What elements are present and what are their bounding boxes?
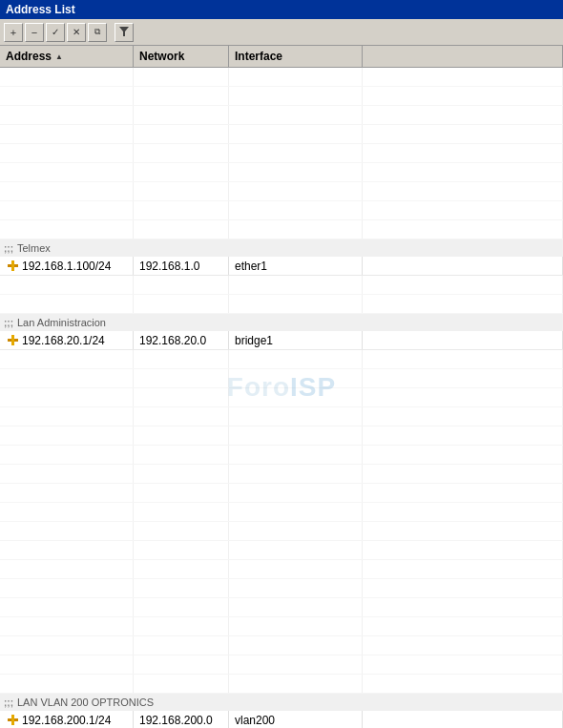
blank-row <box>0 144 563 163</box>
blank-row <box>0 125 563 144</box>
cell-interface: vlan200 <box>229 711 363 728</box>
toolbar: + − ✓ ✕ ⧉ <box>0 19 563 46</box>
interface-value: vlan200 <box>235 714 275 727</box>
copy-icon: ⧉ <box>94 27 100 37</box>
section-label-vlan: LAN VLAN 200 OPTRONICS <box>17 697 154 708</box>
enable-button[interactable]: ✓ <box>46 23 65 42</box>
remove-button[interactable]: − <box>25 23 44 42</box>
blank-row <box>0 617 563 636</box>
cell-address: 192.168.1.100/24 <box>0 257 134 275</box>
blank-row <box>0 106 563 125</box>
blank-row <box>0 426 563 446</box>
add-button[interactable]: + <box>4 23 23 42</box>
column-header-network[interactable]: Network <box>134 46 229 67</box>
interface-value: ether1 <box>235 260 267 273</box>
blank-row <box>0 220 563 239</box>
interface-column-label: Interface <box>235 50 282 63</box>
blank-row <box>0 388 563 407</box>
section-label-telmex: Telmex <box>17 242 51 254</box>
blank-row <box>0 465 563 484</box>
table-row[interactable]: 192.168.20.1/24 192.168.20.0 bridge1 <box>0 331 563 350</box>
blank-row <box>0 182 563 201</box>
address-icon <box>6 260 19 273</box>
network-value: 192.168.200.0 <box>139 714 213 727</box>
table-header: Address ▲ Network Interface <box>0 46 563 68</box>
address-icon <box>6 334 19 347</box>
blank-row <box>0 407 563 426</box>
column-header-extra <box>363 46 563 67</box>
section-header-lan-admin: ;;; Lan Administracion <box>0 314 563 331</box>
section-header-telmex: ;;; Telmex <box>0 239 563 257</box>
cell-address: 192.168.200.1/24 <box>0 711 134 728</box>
copy-button[interactable]: ⧉ <box>88 23 107 42</box>
cell-address: 192.168.20.1/24 <box>0 331 134 349</box>
network-value: 192.168.1.0 <box>139 260 199 273</box>
blank-row <box>0 560 563 579</box>
blank-row <box>0 68 563 87</box>
svg-rect-9 <box>11 715 14 725</box>
blank-row <box>0 201 563 220</box>
address-value: 192.168.1.100/24 <box>22 260 111 273</box>
section-dots: ;;; <box>4 318 13 328</box>
title-bar: Address List <box>0 0 563 19</box>
table-row[interactable]: 192.168.200.1/24 192.168.200.0 vlan200 <box>0 711 563 728</box>
check-icon: ✓ <box>52 27 59 37</box>
blank-row <box>0 369 563 388</box>
blank-section-top <box>0 68 563 239</box>
cell-extra <box>363 331 563 349</box>
network-value: 192.168.20.0 <box>139 334 206 347</box>
blank-row <box>0 163 563 182</box>
svg-marker-0 <box>119 27 129 36</box>
title-bar-label: Address List <box>6 3 75 16</box>
cell-extra <box>363 711 563 728</box>
filter-icon <box>118 26 130 39</box>
blank-row <box>0 541 563 560</box>
table-row[interactable]: 192.168.1.100/24 192.168.1.0 ether1 <box>0 257 563 276</box>
blank-row <box>0 503 563 522</box>
svg-rect-3 <box>11 260 14 271</box>
section-label-lan-admin: Lan Administracion <box>17 317 106 328</box>
cell-interface: ether1 <box>229 257 363 275</box>
address-value: 192.168.200.1/24 <box>22 714 111 727</box>
section-header-vlan: ;;; LAN VLAN 200 OPTRONICS <box>0 694 563 711</box>
filter-button[interactable] <box>115 23 134 42</box>
cell-extra <box>363 257 563 275</box>
blank-section-middle <box>0 350 563 694</box>
table-container: ForoISP Address ▲ Network Interface <box>0 46 563 728</box>
section-dots: ;;; <box>4 697 13 708</box>
blank-row <box>0 295 563 314</box>
blank-row <box>0 598 563 617</box>
network-column-label: Network <box>139 50 184 63</box>
disable-button[interactable]: ✕ <box>67 23 86 42</box>
section-dots: ;;; <box>4 243 13 254</box>
x-icon: ✕ <box>73 27 80 37</box>
cell-network: 192.168.1.0 <box>134 257 229 275</box>
blank-row <box>0 675 563 694</box>
blank-row <box>0 636 563 655</box>
svg-rect-6 <box>11 335 14 345</box>
blank-row <box>0 446 563 465</box>
blank-row <box>0 276 563 295</box>
blank-row <box>0 350 563 369</box>
blank-row <box>0 579 563 598</box>
address-value: 192.168.20.1/24 <box>22 334 105 347</box>
interface-value: bridge1 <box>235 334 273 347</box>
cell-network: 192.168.200.0 <box>134 711 229 728</box>
cell-interface: bridge1 <box>229 331 363 349</box>
remove-icon: − <box>31 27 37 38</box>
column-header-interface[interactable]: Interface <box>229 46 363 67</box>
blank-row <box>0 522 563 541</box>
sort-arrow-icon: ▲ <box>55 52 63 61</box>
blank-row <box>0 655 563 675</box>
column-header-address[interactable]: Address ▲ <box>0 46 134 67</box>
blank-row <box>0 484 563 503</box>
address-icon <box>6 714 19 727</box>
add-icon: + <box>10 27 16 38</box>
address-table: Address ▲ Network Interface ;;; <box>0 46 563 728</box>
blank-row <box>0 87 563 106</box>
address-column-label: Address <box>6 50 52 63</box>
cell-network: 192.168.20.0 <box>134 331 229 349</box>
